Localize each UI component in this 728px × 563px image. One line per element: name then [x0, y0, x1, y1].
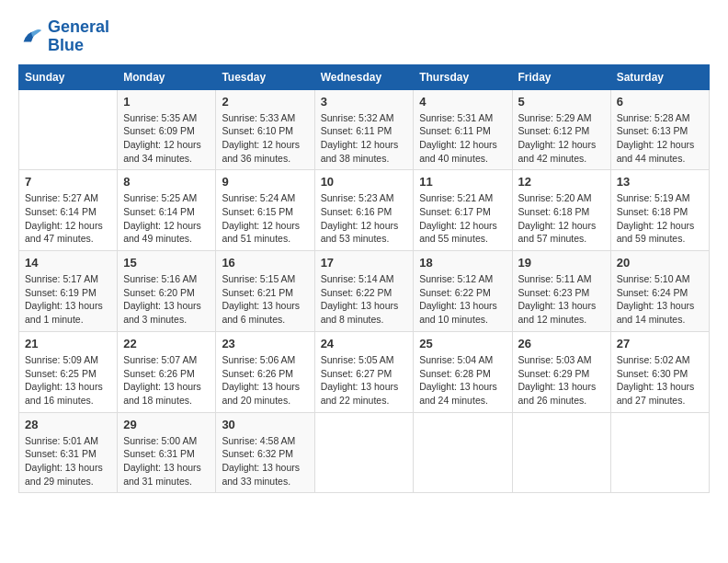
- cell-info: Sunrise: 5:00 AM Sunset: 6:31 PM Dayligh…: [123, 434, 210, 488]
- day-number: 24: [321, 337, 408, 350]
- cell-info: Sunrise: 5:16 AM Sunset: 6:20 PM Dayligh…: [123, 272, 210, 327]
- weekday-header-sunday: Sunday: [19, 64, 118, 89]
- day-number: 9: [222, 175, 308, 189]
- day-number: 21: [25, 337, 111, 350]
- calendar-cell: 10Sunrise: 5:23 AM Sunset: 6:16 PM Dayli…: [314, 170, 414, 251]
- calendar-cell: 19Sunrise: 5:11 AM Sunset: 6:23 PM Dayli…: [512, 251, 610, 332]
- day-number: 5: [518, 95, 605, 109]
- day-number: 22: [123, 337, 210, 350]
- calendar-cell: 30Sunrise: 4:58 AM Sunset: 6:32 PM Dayli…: [216, 412, 314, 493]
- cell-info: Sunrise: 5:27 AM Sunset: 6:14 PM Dayligh…: [25, 191, 111, 246]
- calendar-cell: 13Sunrise: 5:19 AM Sunset: 6:18 PM Dayli…: [610, 170, 709, 251]
- calendar-cell: 29Sunrise: 5:00 AM Sunset: 6:31 PM Dayli…: [118, 412, 216, 493]
- day-number: 1: [123, 95, 210, 109]
- day-number: 28: [25, 418, 111, 431]
- weekday-header-tuesday: Tuesday: [216, 64, 314, 89]
- calendar-cell: 16Sunrise: 5:15 AM Sunset: 6:21 PM Dayli…: [216, 251, 314, 332]
- logo: General Blue: [18, 18, 109, 55]
- day-number: 27: [617, 337, 703, 350]
- cell-info: Sunrise: 5:07 AM Sunset: 6:26 PM Dayligh…: [123, 353, 210, 408]
- calendar-cell: 2Sunrise: 5:33 AM Sunset: 6:10 PM Daylig…: [216, 89, 314, 170]
- day-number: 30: [222, 418, 308, 431]
- cell-info: Sunrise: 5:11 AM Sunset: 6:23 PM Dayligh…: [518, 272, 605, 327]
- calendar-cell: 12Sunrise: 5:20 AM Sunset: 6:18 PM Dayli…: [512, 170, 610, 251]
- day-number: 16: [222, 256, 308, 270]
- calendar-cell: 28Sunrise: 5:01 AM Sunset: 6:31 PM Dayli…: [19, 412, 118, 493]
- cell-info: Sunrise: 5:25 AM Sunset: 6:14 PM Dayligh…: [123, 191, 210, 246]
- calendar-cell: 20Sunrise: 5:10 AM Sunset: 6:24 PM Dayli…: [610, 251, 709, 332]
- calendar-cell: [314, 412, 414, 493]
- cell-info: Sunrise: 5:28 AM Sunset: 6:13 PM Dayligh…: [617, 111, 703, 166]
- cell-info: Sunrise: 5:14 AM Sunset: 6:22 PM Dayligh…: [321, 272, 408, 327]
- calendar-week-row: 7Sunrise: 5:27 AM Sunset: 6:14 PM Daylig…: [19, 170, 710, 251]
- calendar-cell: 24Sunrise: 5:05 AM Sunset: 6:27 PM Dayli…: [314, 331, 414, 412]
- logo-name: General Blue: [48, 18, 109, 55]
- day-number: 14: [25, 256, 111, 270]
- cell-info: Sunrise: 5:01 AM Sunset: 6:31 PM Dayligh…: [25, 434, 111, 488]
- day-number: 18: [419, 256, 506, 270]
- calendar-cell: 5Sunrise: 5:29 AM Sunset: 6:12 PM Daylig…: [512, 89, 610, 170]
- calendar-cell: 26Sunrise: 5:03 AM Sunset: 6:29 PM Dayli…: [512, 331, 610, 412]
- day-number: 2: [222, 95, 308, 109]
- calendar-cell: 15Sunrise: 5:16 AM Sunset: 6:20 PM Dayli…: [118, 251, 216, 332]
- day-number: 12: [518, 175, 605, 189]
- calendar-cell: 1Sunrise: 5:35 AM Sunset: 6:09 PM Daylig…: [118, 89, 216, 170]
- day-number: 8: [123, 175, 210, 189]
- logo-bird-icon: [18, 24, 44, 50]
- cell-info: Sunrise: 5:05 AM Sunset: 6:27 PM Dayligh…: [321, 353, 408, 408]
- calendar-cell: 14Sunrise: 5:17 AM Sunset: 6:19 PM Dayli…: [19, 251, 118, 332]
- cell-info: Sunrise: 5:15 AM Sunset: 6:21 PM Dayligh…: [222, 272, 308, 327]
- day-number: 17: [321, 256, 408, 270]
- cell-info: Sunrise: 5:24 AM Sunset: 6:15 PM Dayligh…: [222, 191, 308, 246]
- weekday-header-thursday: Thursday: [414, 64, 512, 89]
- cell-info: Sunrise: 5:12 AM Sunset: 6:22 PM Dayligh…: [419, 272, 506, 327]
- cell-info: Sunrise: 5:21 AM Sunset: 6:17 PM Dayligh…: [419, 191, 506, 246]
- calendar-week-row: 21Sunrise: 5:09 AM Sunset: 6:25 PM Dayli…: [19, 331, 710, 412]
- calendar-cell: [414, 412, 512, 493]
- calendar-cell: 17Sunrise: 5:14 AM Sunset: 6:22 PM Dayli…: [314, 251, 414, 332]
- cell-info: Sunrise: 5:06 AM Sunset: 6:26 PM Dayligh…: [222, 353, 308, 408]
- cell-info: Sunrise: 5:04 AM Sunset: 6:28 PM Dayligh…: [419, 353, 506, 408]
- cell-info: Sunrise: 5:10 AM Sunset: 6:24 PM Dayligh…: [617, 272, 703, 327]
- weekday-header-monday: Monday: [118, 64, 216, 89]
- calendar-cell: 25Sunrise: 5:04 AM Sunset: 6:28 PM Dayli…: [414, 331, 512, 412]
- weekday-header-saturday: Saturday: [610, 64, 709, 89]
- day-number: 25: [419, 337, 506, 350]
- cell-info: Sunrise: 5:17 AM Sunset: 6:19 PM Dayligh…: [25, 272, 111, 327]
- calendar-cell: [19, 89, 118, 170]
- weekday-header-wednesday: Wednesday: [314, 64, 414, 89]
- day-number: 13: [617, 175, 703, 189]
- calendar-cell: 11Sunrise: 5:21 AM Sunset: 6:17 PM Dayli…: [414, 170, 512, 251]
- day-number: 19: [518, 256, 605, 270]
- calendar-cell: 22Sunrise: 5:07 AM Sunset: 6:26 PM Dayli…: [118, 331, 216, 412]
- calendar-week-row: 14Sunrise: 5:17 AM Sunset: 6:19 PM Dayli…: [19, 251, 710, 332]
- day-number: 7: [25, 175, 111, 189]
- calendar-week-row: 1Sunrise: 5:35 AM Sunset: 6:09 PM Daylig…: [19, 89, 710, 170]
- calendar-cell: 9Sunrise: 5:24 AM Sunset: 6:15 PM Daylig…: [216, 170, 314, 251]
- cell-info: Sunrise: 5:29 AM Sunset: 6:12 PM Dayligh…: [518, 111, 605, 166]
- day-number: 10: [321, 175, 408, 189]
- calendar-cell: 8Sunrise: 5:25 AM Sunset: 6:14 PM Daylig…: [118, 170, 216, 251]
- calendar-cell: 7Sunrise: 5:27 AM Sunset: 6:14 PM Daylig…: [19, 170, 118, 251]
- cell-info: Sunrise: 5:09 AM Sunset: 6:25 PM Dayligh…: [25, 353, 111, 408]
- day-number: 23: [222, 337, 308, 350]
- day-number: 26: [518, 337, 605, 350]
- calendar-table: SundayMondayTuesdayWednesdayThursdayFrid…: [18, 64, 710, 494]
- day-number: 15: [123, 256, 210, 270]
- day-number: 20: [617, 256, 703, 270]
- cell-info: Sunrise: 5:31 AM Sunset: 6:11 PM Dayligh…: [419, 111, 506, 166]
- calendar-cell: [610, 412, 709, 493]
- calendar-cell: 21Sunrise: 5:09 AM Sunset: 6:25 PM Dayli…: [19, 331, 118, 412]
- calendar-cell: 27Sunrise: 5:02 AM Sunset: 6:30 PM Dayli…: [610, 331, 709, 412]
- cell-info: Sunrise: 5:33 AM Sunset: 6:10 PM Dayligh…: [222, 111, 308, 166]
- calendar-body: 1Sunrise: 5:35 AM Sunset: 6:09 PM Daylig…: [19, 89, 710, 493]
- cell-info: Sunrise: 5:03 AM Sunset: 6:29 PM Dayligh…: [518, 353, 605, 408]
- page-header: General Blue: [18, 18, 710, 55]
- cell-info: Sunrise: 5:32 AM Sunset: 6:11 PM Dayligh…: [321, 111, 408, 166]
- calendar-cell: 6Sunrise: 5:28 AM Sunset: 6:13 PM Daylig…: [610, 89, 709, 170]
- day-number: 6: [617, 95, 703, 109]
- cell-info: Sunrise: 5:23 AM Sunset: 6:16 PM Dayligh…: [321, 191, 408, 246]
- calendar-cell: 18Sunrise: 5:12 AM Sunset: 6:22 PM Dayli…: [414, 251, 512, 332]
- calendar-week-row: 28Sunrise: 5:01 AM Sunset: 6:31 PM Dayli…: [19, 412, 710, 493]
- cell-info: Sunrise: 5:19 AM Sunset: 6:18 PM Dayligh…: [617, 191, 703, 246]
